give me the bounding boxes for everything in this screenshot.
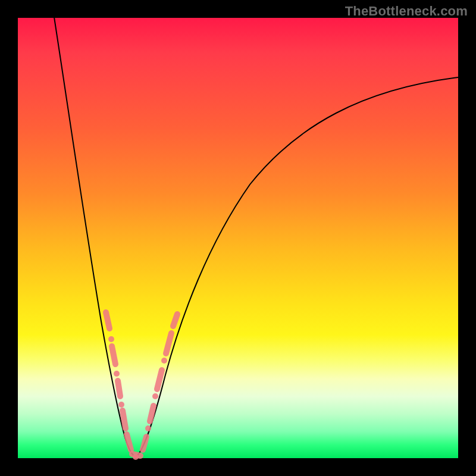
svg-point-5 (118, 402, 124, 408)
svg-line-17 (173, 314, 177, 326)
svg-point-1 (108, 336, 114, 342)
markers-right (143, 314, 177, 450)
markers-left (106, 312, 131, 450)
svg-line-2 (112, 346, 115, 364)
svg-point-11 (145, 425, 151, 431)
svg-point-9 (133, 454, 139, 460)
svg-line-7 (127, 434, 131, 450)
svg-line-16 (166, 333, 171, 353)
chart-svg (18, 18, 458, 458)
svg-line-14 (157, 370, 162, 389)
watermark-text: TheBottleneck.com (345, 4, 468, 19)
svg-line-6 (123, 411, 126, 428)
plot-area (18, 18, 458, 458)
curve-right-branch (136, 77, 458, 457)
svg-line-10 (143, 437, 146, 450)
chart-frame: TheBottleneck.com (0, 0, 476, 476)
curve-left-branch (51, 0, 136, 457)
svg-line-4 (118, 381, 120, 396)
svg-point-3 (114, 371, 120, 377)
svg-point-15 (161, 358, 167, 364)
svg-line-0 (106, 312, 109, 328)
markers-bottom (132, 454, 140, 460)
svg-line-12 (150, 406, 154, 421)
svg-point-13 (152, 393, 158, 399)
